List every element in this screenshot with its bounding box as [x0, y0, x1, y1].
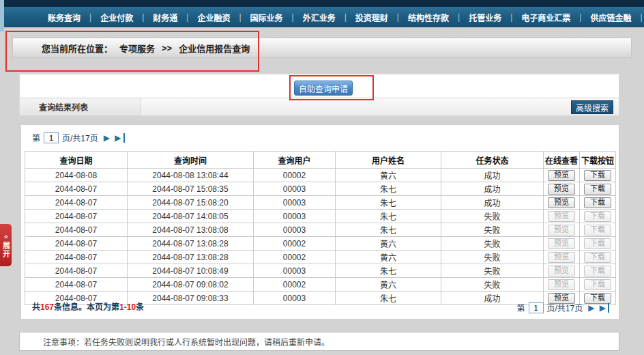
- cell-name: 朱七: [336, 264, 441, 278]
- cell-date: 2044-08-08: [25, 169, 128, 182]
- cell-user: 00003: [254, 196, 336, 210]
- cell-preview-button: 预览: [544, 223, 580, 237]
- preview-button[interactable]: 预览: [548, 184, 575, 195]
- nav-item[interactable]: 供应链金融: [587, 12, 634, 23]
- cell-name: 朱七: [336, 210, 441, 223]
- nav-separator: |: [186, 12, 188, 22]
- download-button: 下载: [584, 266, 611, 276]
- nav-separator: |: [142, 12, 144, 22]
- cell-status: 失败: [441, 278, 544, 292]
- column-header: 在线查看: [544, 152, 580, 169]
- result-list-label: 查询结果列表: [20, 98, 141, 115]
- cell-time: 2044-08-07 10:08:49: [128, 264, 254, 278]
- cell-preview-button: 预览: [544, 182, 580, 196]
- nav-item[interactable]: 账务查询: [45, 12, 83, 23]
- nav-item[interactable]: 财务通: [150, 12, 180, 23]
- cell-preview-button: 预览: [544, 210, 580, 223]
- nav-separator: |: [239, 12, 241, 22]
- preview-button: 预览: [548, 238, 575, 249]
- nav-item[interactable]: 结构性存款: [405, 12, 452, 23]
- cell-name: 朱七: [336, 292, 441, 305]
- cell-download-button: 下载: [580, 251, 616, 264]
- expand-side-tab[interactable]: » 展开: [0, 224, 12, 266]
- cell-user: 00002: [254, 237, 336, 251]
- nav-item[interactable]: 外汇业务: [300, 12, 338, 23]
- table-row: 2044-08-072044-08-07 13:08:2800002黄六失败预览…: [25, 251, 616, 264]
- advanced-search-button[interactable]: 高级搜索: [571, 100, 613, 114]
- preview-button: 预览: [548, 252, 575, 263]
- cell-download-button: 下载: [580, 169, 616, 182]
- nav-item[interactable]: 国际业务: [248, 12, 286, 23]
- cell-name: 朱七: [336, 223, 441, 237]
- download-button[interactable]: 下载: [584, 197, 611, 208]
- column-header: 查询日期: [25, 152, 128, 169]
- column-header: 用户姓名: [336, 152, 441, 169]
- preview-button[interactable]: 预览: [548, 197, 575, 208]
- breadcrumb-section[interactable]: 专项服务: [119, 42, 155, 55]
- download-button: 下载: [584, 252, 611, 263]
- cell-download-button: 下载: [580, 278, 616, 292]
- nav-item[interactable]: 企业融资: [194, 12, 233, 23]
- breadcrumb: 您当前所在位置： 专项服务 >> 企业信用报告查询: [12, 38, 632, 58]
- nav-separator: |: [579, 12, 581, 22]
- last-page-icon[interactable]: ▶: [600, 303, 609, 313]
- page-number-input[interactable]: [44, 132, 59, 143]
- cell-date: 2044-08-07: [25, 182, 128, 196]
- preview-button: 预览: [548, 266, 575, 276]
- cell-download-button: 下载: [580, 210, 616, 223]
- download-button[interactable]: 下载: [584, 184, 611, 195]
- cell-time: 2044-08-07 09:08:02: [128, 278, 254, 292]
- nav-item[interactable]: 投资理财: [353, 12, 391, 23]
- cell-name: 朱七: [336, 196, 441, 210]
- column-header: 任务状态: [441, 152, 544, 169]
- cell-name: 黄六: [336, 237, 441, 251]
- cell-status: 失败: [441, 264, 544, 278]
- cell-name: 黄六: [336, 169, 441, 182]
- cell-date: 2044-08-07: [25, 278, 128, 292]
- cell-download-button: 下载: [580, 223, 616, 237]
- results-table: 查询日期查询时间查询用户用户姓名任务状态在线查看下载按钮 2044-08-082…: [25, 151, 616, 305]
- nav-item[interactable]: 托管业务: [466, 12, 504, 23]
- page-suffix: 页/共17页: [62, 132, 98, 143]
- self-query-apply-button[interactable]: 自助查询申请: [294, 81, 353, 96]
- nav-item[interactable]: 电子商业汇票: [518, 12, 573, 23]
- cell-time: 2044-08-07 15:08:35: [128, 182, 254, 196]
- cell-time: 2044-08-07 15:08:20: [128, 196, 254, 210]
- record-summary: 共167条信息。本页为第1-10条: [32, 300, 144, 312]
- result-list-band: 查询结果列表 高级搜索: [20, 98, 619, 115]
- page-number-input[interactable]: [529, 302, 544, 313]
- toolbar-panel: 自助查询申请 查询结果列表 高级搜索: [19, 74, 619, 116]
- cell-user: 00003: [254, 264, 336, 278]
- nav-separator: |: [510, 12, 512, 22]
- nav-item[interactable]: 企业付款: [98, 12, 136, 23]
- next-page-icon[interactable]: ▶: [588, 303, 596, 313]
- results-panel: 第 页/共17页 ▶ ▶ 查询日期查询时间查询用户用户姓名任务状态在线查看下载按…: [20, 124, 619, 320]
- preview-button[interactable]: 预览: [548, 170, 575, 181]
- cell-user: 00003: [254, 182, 336, 196]
- cell-status: 成功: [441, 182, 544, 196]
- table-row: 2044-08-072044-08-07 15:08:2000003朱七成功预览…: [25, 196, 616, 210]
- cell-preview-button: 预览: [544, 251, 580, 264]
- last-page-icon[interactable]: ▶: [115, 133, 124, 143]
- cell-name: 黄六: [336, 251, 441, 264]
- expand-tab-label: 展开: [2, 242, 10, 258]
- next-page-icon[interactable]: ▶: [104, 133, 111, 143]
- breadcrumb-page: 企业信用报告查询: [179, 42, 250, 55]
- nav-separator: |: [640, 12, 642, 22]
- cell-preview-button: 预览: [544, 169, 580, 182]
- table-row: 2044-08-082044-08-08 13:08:4400002黄六成功预览…: [25, 169, 616, 182]
- download-button: 下载: [584, 238, 611, 249]
- breadcrumb-prefix: 您当前所在位置：: [42, 42, 113, 55]
- cell-status: 成功: [441, 169, 544, 182]
- column-header: 查询用户: [254, 152, 336, 169]
- pagination-bottom: 第 页/共17页 ▶ ▶: [516, 302, 609, 313]
- page-prefix: 第: [516, 302, 525, 313]
- notice-text: 注意事项：若任务失败则说明我行或人行系统暂时出现问题，请稍后重新申请。: [43, 336, 330, 347]
- cell-user: 00003: [254, 292, 336, 305]
- breadcrumb-separator: >>: [162, 43, 172, 53]
- top-nav: 账务查询|企业付款|财务通|企业融资|国际业务|外汇业务|投资理财|结构性存款|…: [4, 7, 644, 27]
- download-button[interactable]: 下载: [584, 170, 611, 181]
- cell-time: 2044-08-08 13:08:44: [128, 169, 254, 182]
- cell-date: 2044-08-07: [25, 251, 128, 264]
- download-button: 下载: [584, 279, 611, 290]
